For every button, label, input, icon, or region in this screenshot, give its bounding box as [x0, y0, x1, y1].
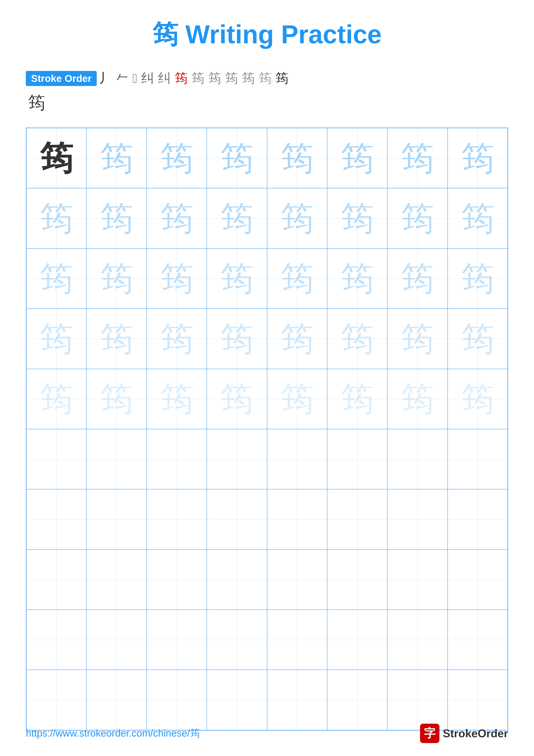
stroke-5: 纠	[158, 69, 171, 87]
grid-cell[interactable]: 筠	[387, 369, 447, 429]
grid-cell[interactable]	[26, 610, 87, 670]
grid-cell[interactable]	[147, 670, 207, 730]
grid-cell[interactable]: 筠	[87, 369, 146, 429]
grid-cell[interactable]: 筠	[447, 369, 508, 429]
footer-url[interactable]: https://www.strokeorder.com/chinese/筠	[26, 727, 200, 740]
stroke-order-badge: Stroke Order	[26, 71, 97, 86]
grid-cell[interactable]: 筠	[147, 128, 207, 188]
grid-cell[interactable]: 筠	[147, 309, 207, 369]
grid-cell[interactable]	[447, 429, 508, 489]
grid-cell[interactable]	[447, 670, 508, 730]
grid-cell[interactable]: 筠	[87, 128, 146, 188]
grid-cell[interactable]	[147, 489, 207, 549]
grid-cell[interactable]	[327, 670, 387, 730]
grid-cell[interactable]	[207, 610, 267, 670]
grid-cell[interactable]	[387, 550, 447, 610]
stroke-2: 𠂉	[116, 71, 129, 86]
grid-cell[interactable]	[267, 429, 327, 489]
grid-cell[interactable]	[147, 550, 207, 610]
grid-cell[interactable]: 筠	[267, 188, 327, 248]
grid-cell[interactable]: 筠	[447, 128, 508, 188]
grid-cell[interactable]	[26, 670, 87, 730]
grid-cell[interactable]	[26, 429, 87, 489]
grid-cell[interactable]	[447, 550, 508, 610]
grid-cell[interactable]	[87, 610, 146, 670]
grid-cell[interactable]: 筠	[327, 369, 387, 429]
grid-cell[interactable]: 筠	[87, 249, 146, 309]
stroke-6: 筠	[175, 69, 188, 87]
grid-cell[interactable]: 筠	[26, 128, 87, 188]
grid-row-8	[26, 550, 508, 610]
grid-cell[interactable]: 筠	[147, 188, 207, 248]
stroke-order-section: Stroke Order 丿 𠂉 𠃋 纠 纠 筠 筠 筠 筠 筠 筠 筠 筠	[26, 69, 508, 115]
footer: https://www.strokeorder.com/chinese/筠 字 …	[26, 724, 508, 743]
grid-cell[interactable]: 筠	[26, 309, 87, 369]
footer-logo: 字 StrokeOrder	[420, 724, 508, 743]
grid-cell[interactable]	[207, 550, 267, 610]
grid-cell[interactable]: 筠	[207, 188, 267, 248]
grid-cell[interactable]: 筠	[327, 249, 387, 309]
grid-row-2: 筠 筠 筠 筠 筠 筠 筠 筠	[26, 188, 508, 248]
grid-cell[interactable]	[207, 489, 267, 549]
grid-cell[interactable]	[26, 489, 87, 549]
grid-cell[interactable]: 筠	[447, 309, 508, 369]
grid-cell[interactable]: 筠	[327, 309, 387, 369]
grid-cell[interactable]	[327, 429, 387, 489]
grid-cell[interactable]: 筠	[447, 188, 508, 248]
stroke-9: 筠	[225, 69, 238, 87]
grid-cell[interactable]: 筠	[147, 369, 207, 429]
grid-cell[interactable]: 筠	[207, 249, 267, 309]
stroke-sequence: 丿 𠂉 𠃋 纠 纠 筠 筠 筠 筠 筠 筠 筠	[99, 69, 289, 87]
grid-cell[interactable]	[207, 670, 267, 730]
grid-cell[interactable]	[87, 489, 146, 549]
standalone-char: 筠	[28, 93, 45, 112]
stroke-4: 纠	[141, 69, 154, 87]
grid-cell[interactable]: 筠	[26, 369, 87, 429]
stroke-1: 丿	[99, 69, 112, 87]
grid-cell[interactable]	[267, 550, 327, 610]
grid-cell[interactable]	[87, 670, 146, 730]
grid-cell[interactable]: 筠	[267, 309, 327, 369]
grid-cell[interactable]: 筠	[387, 188, 447, 248]
grid-cell[interactable]	[447, 610, 508, 670]
grid-cell[interactable]: 筠	[387, 249, 447, 309]
grid-cell[interactable]	[87, 550, 146, 610]
grid-cell[interactable]	[267, 489, 327, 549]
grid-cell[interactable]	[387, 429, 447, 489]
grid-cell[interactable]	[267, 670, 327, 730]
grid-cell[interactable]: 筠	[87, 309, 146, 369]
grid-cell[interactable]: 筠	[207, 309, 267, 369]
grid-cell[interactable]	[327, 489, 387, 549]
grid-cell[interactable]: 筠	[87, 188, 146, 248]
grid-cell[interactable]: 筠	[207, 369, 267, 429]
grid-cell[interactable]	[447, 489, 508, 549]
grid-cell[interactable]: 筠	[387, 309, 447, 369]
grid-cell[interactable]: 筠	[327, 128, 387, 188]
grid-cell[interactable]	[387, 489, 447, 549]
grid-cell[interactable]: 筠	[26, 249, 87, 309]
grid-cell[interactable]: 筠	[147, 249, 207, 309]
grid-cell[interactable]: 筠	[327, 188, 387, 248]
grid-cell[interactable]	[147, 610, 207, 670]
grid-cell[interactable]: 筠	[207, 128, 267, 188]
grid-cell[interactable]: 筠	[387, 128, 447, 188]
grid-cell[interactable]	[87, 429, 146, 489]
grid-cell[interactable]	[327, 550, 387, 610]
grid-cell[interactable]	[207, 429, 267, 489]
footer-logo-icon: 字	[420, 724, 440, 743]
grid-row-10	[26, 670, 508, 730]
grid-cell[interactable]: 筠	[267, 249, 327, 309]
grid-cell[interactable]	[267, 610, 327, 670]
grid-row-9	[26, 610, 508, 670]
grid-cell[interactable]: 筠	[447, 249, 508, 309]
footer-logo-text: StrokeOrder	[443, 727, 508, 740]
grid-row-1: 筠 筠 筠 筠 筠 筠 筠 筠	[26, 128, 508, 188]
grid-cell[interactable]	[327, 610, 387, 670]
grid-cell[interactable]: 筠	[267, 369, 327, 429]
grid-cell[interactable]: 筠	[26, 188, 87, 248]
grid-cell[interactable]	[147, 429, 207, 489]
grid-cell[interactable]	[387, 670, 447, 730]
grid-cell[interactable]	[387, 610, 447, 670]
grid-cell[interactable]: 筠	[267, 128, 327, 188]
grid-cell[interactable]	[26, 550, 87, 610]
